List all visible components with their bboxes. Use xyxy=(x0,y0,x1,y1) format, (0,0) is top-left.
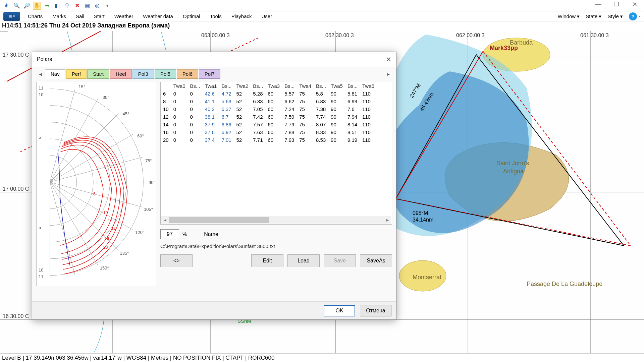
table-cell[interactable]: 110 xyxy=(360,105,377,113)
table-cell[interactable]: 90 xyxy=(328,128,345,136)
menu-marks[interactable]: Marks xyxy=(48,13,71,20)
table-cell[interactable]: 14 xyxy=(161,121,171,128)
table-cell[interactable]: 41.1 xyxy=(203,98,219,105)
table-cell[interactable]: 90 xyxy=(328,90,345,98)
tab-perf[interactable]: Perf xyxy=(66,69,87,79)
table-cell[interactable]: 52 xyxy=(234,136,251,144)
table-cell[interactable]: 4.72 xyxy=(219,90,234,98)
table-cell[interactable]: 38.1 xyxy=(203,113,219,121)
pan-hand-icon[interactable]: ✋ xyxy=(33,2,41,10)
table-cell[interactable]: 6.37 xyxy=(219,105,234,113)
table-row[interactable]: 60042.64.72525.28605.57755.8905.81110 xyxy=(161,90,377,98)
table-cell[interactable]: 6.62 xyxy=(282,98,297,105)
table-cell[interactable]: 7.24 xyxy=(282,105,297,113)
table-header[interactable]: Bs... xyxy=(282,82,297,90)
table-cell[interactable]: 75 xyxy=(297,136,314,144)
tab-heel[interactable]: Heel xyxy=(110,69,132,79)
table-cell[interactable]: 6.92 xyxy=(219,128,234,136)
table-cell[interactable]: 7.01 xyxy=(219,136,234,144)
table-header[interactable]: Bs... xyxy=(345,82,360,90)
table-cell[interactable]: 0 xyxy=(171,98,188,105)
table-cell[interactable]: 0 xyxy=(188,136,203,144)
table-cell[interactable]: 75 xyxy=(297,128,314,136)
table-cell[interactable]: 110 xyxy=(360,128,377,136)
arrow-right-icon[interactable]: ➡ xyxy=(43,2,51,10)
table-header[interactable]: Twa2 xyxy=(234,82,251,90)
tab-pol3[interactable]: Pol3 xyxy=(132,69,154,79)
swap-button[interactable]: <> xyxy=(160,254,193,267)
table-cell[interactable]: 20 xyxy=(161,136,171,144)
table-cell[interactable]: 0 xyxy=(188,113,203,121)
table-cell[interactable]: 60 xyxy=(265,136,282,144)
tab-pol7[interactable]: Pol7 xyxy=(199,69,220,79)
table-cell[interactable]: 60 xyxy=(265,128,282,136)
table-row[interactable]: 140037.96.86527.57607.79758.07908.14110 xyxy=(161,121,377,128)
table-cell[interactable]: 0 xyxy=(171,105,188,113)
table-cell[interactable]: 7.6 xyxy=(345,105,360,113)
table-header[interactable]: Bs... xyxy=(188,82,203,90)
table-header[interactable]: Twa1 xyxy=(203,82,219,90)
delete-icon[interactable]: ✖ xyxy=(73,2,81,10)
table-header[interactable]: Twa0 xyxy=(171,82,188,90)
table-cell[interactable]: 52 xyxy=(234,128,251,136)
table-row[interactable]: 100040.26.37527.05607.24757.38907.6110 xyxy=(161,105,377,113)
toolbar-expand-icon[interactable]: ▾ xyxy=(103,2,111,10)
table-cell[interactable]: 0 xyxy=(188,121,203,128)
table-row[interactable]: 200037.47.01527.71607.93758.53909.19110 xyxy=(161,136,377,144)
maximize-button[interactable]: ❐ xyxy=(609,1,624,8)
table-cell[interactable]: 6.83 xyxy=(314,98,328,105)
menu-style[interactable]: Style ▾ xyxy=(605,13,625,20)
table-cell[interactable]: 7.57 xyxy=(251,121,265,128)
plug-icon[interactable]: ⚲ xyxy=(63,2,71,10)
table-cell[interactable]: 52 xyxy=(234,121,251,128)
scroll-thumb[interactable] xyxy=(169,217,269,223)
table-cell[interactable]: 75 xyxy=(297,121,314,128)
table-cell[interactable]: 8.51 xyxy=(345,128,360,136)
table-cell[interactable]: 10 xyxy=(161,105,171,113)
table-cell[interactable]: 7.71 xyxy=(251,136,265,144)
target-icon[interactable]: ◎ xyxy=(93,2,101,10)
table-cell[interactable]: 37.9 xyxy=(203,121,219,128)
menu-optimal[interactable]: Optimal xyxy=(178,13,205,20)
table-cell[interactable]: 90 xyxy=(328,136,345,144)
table-cell[interactable]: 6.99 xyxy=(345,98,360,105)
table-cell[interactable]: 7.38 xyxy=(314,105,328,113)
table-cell[interactable]: 7.79 xyxy=(282,121,297,128)
load-button[interactable]: Load xyxy=(287,254,320,267)
table-cell[interactable]: 7.94 xyxy=(345,113,360,121)
table-cell[interactable]: 110 xyxy=(360,90,377,98)
zoom-in-icon[interactable]: 🔍 xyxy=(13,2,21,10)
table-cell[interactable]: 7.42 xyxy=(251,113,265,121)
table-cell[interactable]: 7.88 xyxy=(282,128,297,136)
table-cell[interactable]: 75 xyxy=(297,90,314,98)
table-cell[interactable]: 8 xyxy=(161,98,171,105)
table-cell[interactable]: 8.33 xyxy=(314,128,328,136)
table-cell[interactable]: 5.81 xyxy=(345,90,360,98)
table-header[interactable]: Twa5 xyxy=(328,82,345,90)
app-menu-button[interactable]: ▤ ▾ xyxy=(3,12,20,21)
table-cell[interactable]: 6 xyxy=(161,90,171,98)
menu-weather[interactable]: Weather xyxy=(110,13,138,20)
table-cell[interactable]: 60 xyxy=(265,105,282,113)
table-cell[interactable]: 110 xyxy=(360,98,377,105)
table-header[interactable]: Bs... xyxy=(219,82,234,90)
table-cell[interactable]: 0 xyxy=(171,136,188,144)
saveas-button[interactable]: Save As xyxy=(360,254,392,267)
tab-pol6[interactable]: Pol6 xyxy=(177,69,198,79)
table-row[interactable]: 80041.15.63526.33606.62756.83906.99110 xyxy=(161,98,377,105)
help-dropdown-icon[interactable]: ▾ xyxy=(639,14,641,18)
table-cell[interactable]: 60 xyxy=(265,113,282,121)
table-cell[interactable]: 7.05 xyxy=(251,105,265,113)
table-cell[interactable]: 110 xyxy=(360,121,377,128)
table-cell[interactable]: 16 xyxy=(161,128,171,136)
cancel-button[interactable]: Отмена xyxy=(360,305,391,316)
menu-start[interactable]: Start xyxy=(89,13,109,20)
table-cell[interactable]: 90 xyxy=(328,121,345,128)
menu-sail[interactable]: Sail xyxy=(71,13,89,20)
table-cell[interactable]: 6.33 xyxy=(251,98,265,105)
table-cell[interactable]: 60 xyxy=(265,121,282,128)
table-row[interactable]: 120038.16.7527.42607.59757.74907.94110 xyxy=(161,113,377,121)
table-header[interactable]: Bs... xyxy=(314,82,328,90)
table-cell[interactable]: 52 xyxy=(234,113,251,121)
table-cell[interactable]: 52 xyxy=(234,98,251,105)
